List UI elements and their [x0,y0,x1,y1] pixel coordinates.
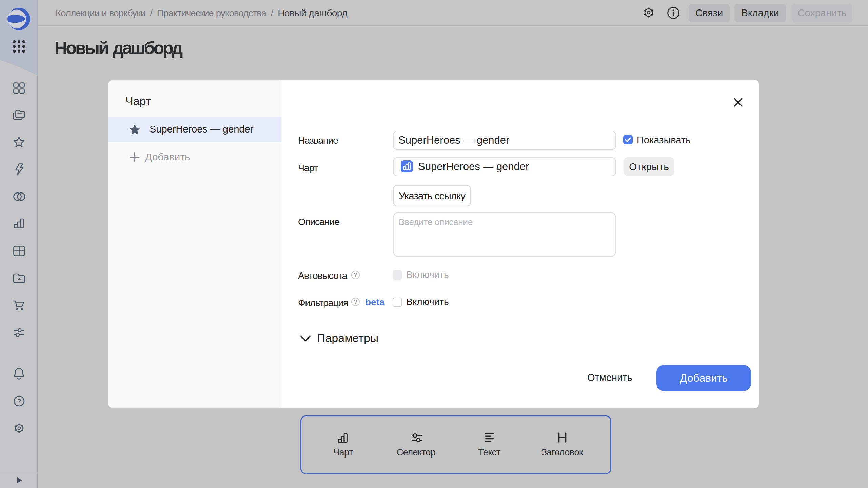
svg-text:?: ? [17,398,21,405]
